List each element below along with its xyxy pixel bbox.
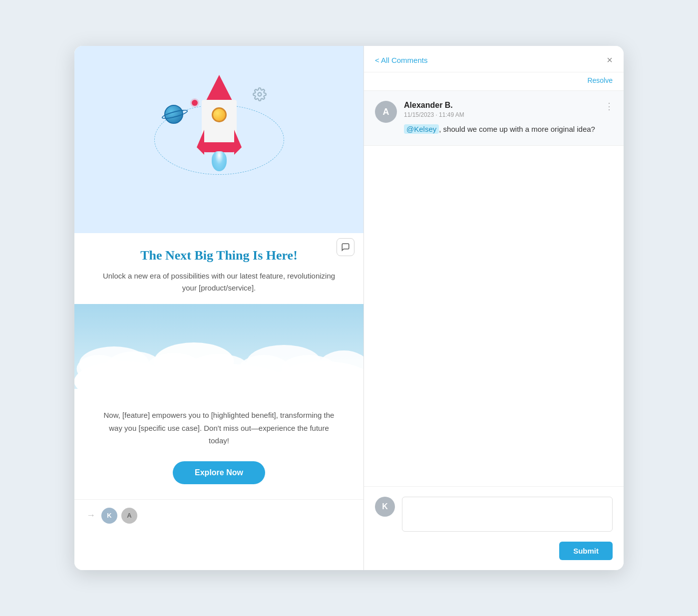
reply-actions: Submit: [364, 542, 624, 570]
rocket-window: [212, 107, 227, 122]
arrow-icon: →: [86, 510, 95, 521]
avatar-a: A: [121, 508, 137, 524]
comment-bubble-button[interactable]: [337, 238, 354, 256]
avatar-k: K: [101, 508, 117, 524]
comments-header: < All Comments ×: [364, 46, 624, 72]
comment-thread: A Alexander B. 11/15/2023 · 11:49 AM @Ke…: [364, 91, 624, 486]
rocket-illustration: [197, 75, 242, 165]
comment-text-after: , should we come up with a more original…: [439, 125, 595, 133]
svg-point-0: [258, 92, 261, 96]
body-section: Now, [feature] empowers you to [highligh…: [74, 389, 363, 499]
comment-avatar-a: A: [375, 101, 397, 123]
resolve-area: Resolve: [364, 72, 624, 91]
comment-author: Alexander B.: [404, 101, 613, 110]
comment-text: @Kelsey, should we come up with a more o…: [404, 123, 613, 135]
hero-section: [74, 46, 363, 233]
body-text: Now, [feature] empowers you to [highligh…: [102, 409, 336, 447]
rocket-nose: [205, 75, 233, 102]
clouds-illustration: [74, 304, 363, 389]
explore-now-button[interactable]: Explore Now: [173, 461, 265, 484]
bottom-bar: → K A: [74, 499, 363, 532]
comment-timestamp: 11/15/2023 · 11:49 AM: [404, 111, 613, 118]
resolve-button[interactable]: Resolve: [587, 76, 613, 84]
reply-avatar-k: K: [375, 497, 395, 517]
rocket-bottom: [202, 142, 237, 152]
headline: The Next Big Thing Is Here!: [99, 248, 339, 263]
submit-button[interactable]: Submit: [559, 542, 613, 560]
mention-tag: @Kelsey: [404, 124, 439, 134]
comment-more-button[interactable]: ⋮: [605, 101, 615, 112]
gear-icon: [253, 87, 267, 101]
cloud-section: [74, 304, 363, 389]
chat-icon: [341, 243, 350, 252]
text-section: The Next Big Thing Is Here! Unlock a new…: [74, 233, 363, 304]
planet-icon: [164, 105, 183, 124]
main-container: Alexander B. The Next Big Thing Is Here!…: [74, 46, 624, 570]
comment-content: Alexander B. 11/15/2023 · 11:49 AM @Kels…: [404, 101, 613, 135]
subheadline: Unlock a new era of possibilities with o…: [99, 270, 339, 294]
comment-item: A Alexander B. 11/15/2023 · 11:49 AM @Ke…: [364, 91, 624, 146]
left-panel: Alexander B. The Next Big Thing Is Here!…: [74, 46, 364, 570]
reply-input[interactable]: [402, 497, 613, 532]
right-panel: < All Comments × Resolve A Alexander B. …: [364, 46, 624, 570]
rocket-main: [202, 100, 237, 145]
all-comments-link[interactable]: < All Comments: [375, 56, 427, 64]
reply-area: K: [364, 486, 624, 542]
rocket-scene: [144, 60, 294, 220]
rocket-flame: [212, 151, 227, 171]
close-button[interactable]: ×: [607, 55, 613, 65]
